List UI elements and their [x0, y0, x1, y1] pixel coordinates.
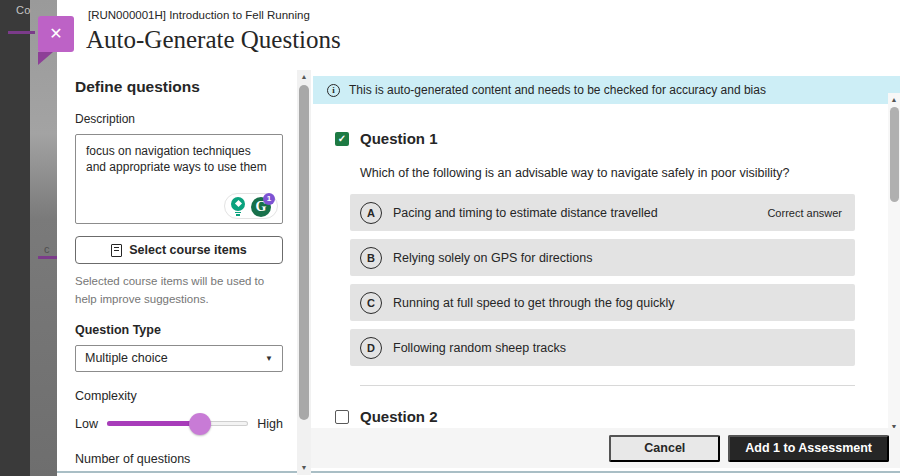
answer-option-d[interactable]: D Following random sheep tracks [350, 329, 855, 366]
close-button[interactable]: ✕ [38, 16, 74, 52]
option-letter: D [360, 337, 382, 359]
grammarly-icon[interactable]: G 1 [250, 194, 274, 218]
question-type-value: Multiple choice [85, 351, 168, 365]
option-text: Relying solely on GPS for directions [393, 251, 592, 265]
writing-assistant-pill: G 1 [224, 193, 278, 219]
answer-option-c[interactable]: C Running at full speed to get through t… [350, 284, 855, 321]
complexity-min-label: Low [75, 417, 98, 431]
answer-option-a[interactable]: A Pacing and timing to estimate distance… [350, 194, 855, 231]
complexity-label: Complexity [75, 389, 283, 403]
modal-bottom-edge [57, 471, 900, 473]
num-questions-label: Number of questions [75, 452, 283, 466]
ai-content-warning-banner: i This is auto-generated content and nee… [313, 76, 900, 104]
define-questions-panel: Define questions Description focus on na… [57, 70, 297, 471]
question-1-checkbox[interactable]: ✓ [335, 132, 349, 146]
scroll-down-icon[interactable]: ▼ [297, 462, 311, 474]
breadcrumb: [RUN000001H] Introduction to Fell Runnin… [88, 9, 310, 21]
option-letter: B [360, 247, 382, 269]
select-course-items-label: Select course items [129, 243, 246, 257]
questions-scroll-area: ✓ Question 1 Which of the following is a… [311, 104, 888, 471]
question-2-header: Question 2 [335, 408, 888, 425]
close-icon: ✕ [49, 26, 62, 42]
description-label: Description [75, 112, 283, 126]
question-1-title: Question 1 [360, 130, 438, 147]
option-letter: C [360, 292, 382, 314]
select-course-items-button[interactable]: Select course items [75, 236, 283, 264]
question-1-header: ✓ Question 1 [335, 130, 888, 147]
scroll-up-icon[interactable]: ▲ [888, 94, 900, 106]
option-letter: A [360, 202, 382, 224]
question-1-options: A Pacing and timing to estimate distance… [350, 194, 855, 366]
question-type-label: Question Type [75, 323, 283, 337]
page-title: Auto-Generate Questions [86, 26, 341, 54]
info-icon: i [327, 84, 340, 97]
banner-text: This is auto-generated content and needs… [349, 83, 766, 97]
option-text: Pacing and timing to estimate distance t… [393, 206, 658, 220]
helper-text: Selected course items will be used to he… [75, 273, 283, 309]
chevron-down-icon: ▼ [265, 354, 273, 363]
cancel-button[interactable]: Cancel [609, 435, 720, 462]
complexity-slider-thumb[interactable] [189, 413, 211, 435]
close-button-tail [38, 52, 53, 65]
modal-footer: Cancel Add 1 to Assessment [311, 428, 900, 468]
background-tab-fragment-2: c [44, 243, 50, 255]
add-to-assessment-button[interactable]: Add 1 to Assessment [728, 435, 889, 462]
complexity-slider-fill [107, 421, 200, 426]
question-divider [360, 385, 855, 386]
scrollbar-thumb[interactable] [299, 85, 309, 420]
description-textarea[interactable]: focus on navigation techniques and appro… [75, 134, 283, 224]
description-text: focus on navigation techniques and appro… [86, 144, 267, 174]
background-tab-active-underline [8, 31, 35, 34]
background-tab-fragment: Co [16, 4, 31, 16]
auto-generate-questions-modal-screen: Co c ✕ [RUN000001H] Introduction to Fell… [0, 0, 900, 476]
scroll-up-icon[interactable]: ▲ [297, 71, 311, 83]
answer-option-b[interactable]: B Relying solely on GPS for directions [350, 239, 855, 276]
complexity-slider-track[interactable] [107, 421, 248, 426]
question-type-dropdown[interactable]: Multiple choice ▼ [75, 345, 283, 372]
background-page-edge [30, 0, 57, 476]
scrollbar-thumb[interactable] [890, 107, 899, 202]
complexity-slider: Low High [75, 413, 283, 435]
question-2-title: Question 2 [360, 408, 438, 425]
option-text: Following random sheep tracks [393, 341, 566, 355]
suggestion-lightbulb-icon[interactable] [228, 196, 248, 216]
document-icon [111, 244, 122, 257]
complexity-max-label: High [257, 417, 283, 431]
question-2-checkbox[interactable] [335, 410, 349, 424]
background-tab-active-underline-2 [38, 256, 57, 259]
modal-backdrop: Co c [0, 0, 57, 476]
generated-questions-panel: i This is auto-generated content and nee… [311, 70, 900, 471]
panel-heading: Define questions [75, 78, 283, 96]
option-text: Running at full speed to get through the… [393, 296, 674, 310]
correct-answer-tag: Correct answer [767, 207, 842, 219]
grammarly-badge: 1 [263, 193, 275, 205]
question-1-prompt: Which of the following is an advisable w… [360, 166, 888, 180]
left-panel-scrollbar[interactable]: ▲ ▼ [297, 70, 311, 475]
questions-scrollbar[interactable]: ▲ ▼ [888, 93, 900, 434]
